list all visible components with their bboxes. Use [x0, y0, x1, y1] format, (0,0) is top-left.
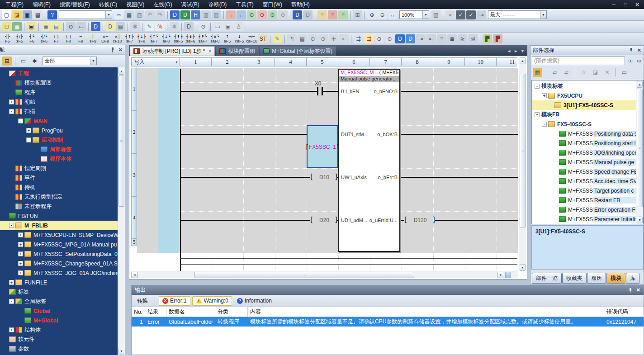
- warning-filter-button[interactable]: ! Warning:0: [192, 296, 232, 306]
- toolbar-icon[interactable]: ✓: [466, 10, 476, 19]
- toolbar-icon[interactable]: ≣: [447, 34, 457, 43]
- toolbar-icon[interactable]: ✎: [273, 34, 282, 43]
- parts-tree-item[interactable]: M+FX5SS Error operation F: [532, 205, 643, 214]
- toolbar-icon[interactable]: [443, 11, 443, 19]
- toolbar-icon[interactable]: %: [155, 22, 165, 31]
- project-tree-item[interactable]: - 扫描: [0, 107, 118, 116]
- toolbar-icon[interactable]: D: [303, 10, 313, 19]
- toolbar-icon[interactable]: ▱: [562, 68, 571, 77]
- toolbar-icon[interactable]: D: [105, 22, 115, 31]
- toolbar-icon[interactable]: [128, 23, 128, 31]
- project-tree-item[interactable]: 无执行类型指定: [0, 192, 118, 202]
- menu-item[interactable]: 调试(B): [177, 0, 204, 9]
- project-tree-item[interactable]: 参数: [0, 344, 118, 354]
- parts-tree-item[interactable]: M+FX5SS Parameter Initiali:: [532, 214, 643, 224]
- ladder-symbol-button[interactable]: ( ) F7: [50, 33, 62, 45]
- scroll-up-icon[interactable]: ▲: [520, 57, 526, 64]
- parts-tree-item[interactable]: + FX5UCPU: [532, 91, 643, 100]
- tree-expander[interactable]: -: [535, 112, 540, 117]
- convert-button[interactable]: 转换: [134, 296, 151, 306]
- toolbar-icon[interactable]: [181, 23, 182, 31]
- toolbar-icon[interactable]: ⇶: [354, 34, 363, 43]
- ladder-symbol-button[interactable]: ┤↓├ sF8: [136, 33, 148, 45]
- parts-tree-item[interactable]: M+FX5SS Positioning start l: [532, 138, 643, 148]
- output-error-row[interactable]: 1 Error GlobalLabelFolder 转换程序 模块标签所需的模块…: [132, 317, 644, 327]
- selected-cell[interactable]: [FX5SSC_1]: [307, 125, 338, 168]
- menu-item[interactable]: 窗口(W): [258, 0, 287, 9]
- project-tree-item[interactable]: + 结构体: [0, 325, 118, 335]
- tree-expander[interactable]: -: [9, 299, 14, 304]
- parts-tree-item[interactable]: M+FX5SS Restart FB: [532, 195, 643, 205]
- toolbar-icon[interactable]: ≣: [41, 22, 51, 31]
- parts-tab[interactable]: 收藏夹: [562, 273, 587, 284]
- tab-list-icon[interactable]: ▼: [521, 49, 525, 53]
- toolbar-icon[interactable]: D: [91, 22, 100, 31]
- toolbar-icon[interactable]: ⊟: [2, 22, 11, 31]
- parts-scrollbar[interactable]: ▲ ≡ ▼: [636, 80, 643, 224]
- toolbar-icon[interactable]: [350, 11, 350, 19]
- pin-icon[interactable]: [110, 47, 115, 52]
- tree-expander[interactable]: -: [542, 122, 547, 127]
- toolbar-icon[interactable]: ⇥: [416, 34, 426, 43]
- tab-scroll-right-icon[interactable]: ►: [514, 49, 518, 53]
- close-icon[interactable]: ✕: [636, 287, 640, 293]
- ladder-symbol-button[interactable]: ↑ aF5: [221, 33, 233, 45]
- toolbar-icon[interactable]: ▦: [12, 22, 22, 31]
- toolbar-icon[interactable]: [167, 23, 167, 31]
- find-next-icon[interactable]: oo: [626, 57, 634, 64]
- toolbar-icon[interactable]: ⊙: [374, 34, 384, 43]
- menu-item[interactable]: 转换(C): [95, 0, 122, 9]
- parts-tree-item[interactable]: - FX5-40SSC-S: [532, 119, 643, 129]
- toolbar-icon[interactable]: ⊟: [2, 57, 12, 66]
- toolbar-icon[interactable]: [315, 11, 315, 19]
- toolbar-icon[interactable]: [142, 23, 142, 31]
- scroll-right-icon[interactable]: ►: [497, 272, 504, 278]
- project-tree-item[interactable]: 程序本体: [0, 154, 118, 164]
- project-tree-item[interactable]: + ProgPou: [0, 126, 118, 135]
- toolbar-icon[interactable]: ✂: [114, 10, 123, 19]
- toolbar-icon[interactable]: ▭: [213, 22, 223, 31]
- toolbar-icon[interactable]: D: [180, 10, 190, 19]
- tree-expander[interactable]: +: [18, 232, 23, 237]
- parts-tree-item[interactable]: M+FX5SS JOG/inching oper: [532, 148, 643, 157]
- toolbar-icon[interactable]: ▱: [550, 68, 559, 77]
- find-prev-icon[interactable]: oo: [635, 57, 642, 64]
- parts-tab[interactable]: 模块: [606, 273, 625, 284]
- toolbar-icon[interactable]: ↔: [388, 10, 398, 19]
- toolbar-icon[interactable]: ⊙: [268, 10, 277, 19]
- project-tree-item[interactable]: FB/FUN: [0, 211, 118, 221]
- project-tree-item[interactable]: + M+FX5SSC_MPG_01A Manual pu: [0, 240, 118, 249]
- toolbar-icon[interactable]: ☆: [579, 68, 588, 77]
- toolbar-icon[interactable]: ⇤: [426, 34, 436, 43]
- project-tree-item[interactable]: + M+FX5SSC_JOG_01A JOG/inching: [0, 268, 118, 278]
- toolbar-icon[interactable]: ▭: [19, 57, 28, 66]
- parts-tab[interactable]: 库: [626, 273, 639, 284]
- toolbar-icon[interactable]: ⇥: [477, 10, 486, 19]
- toolbar-icon[interactable]: →: [226, 10, 236, 19]
- tree-expander[interactable]: +: [18, 242, 23, 247]
- toolbar-icon[interactable]: ↰: [287, 34, 297, 43]
- toolbar-icon[interactable]: ▤: [298, 34, 307, 43]
- project-tree-item[interactable]: - 运动控制: [0, 135, 118, 145]
- scroll-thumb[interactable]: ⋯: [194, 272, 414, 278]
- toolbar-icon[interactable]: ↶: [145, 10, 155, 19]
- toolbar-icon[interactable]: ▤: [52, 22, 61, 31]
- ladder-symbol-button[interactable]: ×─ CF9: [99, 33, 111, 45]
- toolbar-icon[interactable]: [575, 68, 575, 76]
- toolbar-icon[interactable]: ✱: [170, 22, 179, 31]
- document-combo[interactable]: ▼: [59, 10, 112, 19]
- toolbar-icon[interactable]: [365, 11, 365, 19]
- part-search-input[interactable]: (部件搜索): [532, 57, 625, 65]
- ladder-symbol-button[interactable]: ─ F9: [75, 33, 87, 45]
- menu-item[interactable]: 视图(V): [122, 0, 149, 9]
- toolbar-icon[interactable]: ▭: [76, 22, 86, 31]
- project-tree-item[interactable]: 局部标签: [0, 145, 118, 154]
- toolbar-icon[interactable]: ≡: [437, 34, 446, 43]
- toolbar-icon[interactable]: [15, 57, 15, 65]
- toolbar-icon[interactable]: ▛: [483, 34, 492, 43]
- pin-icon[interactable]: [629, 47, 634, 53]
- ladder-symbol-button[interactable]: ┤↡└ saF8: [209, 33, 221, 45]
- toolbar-icon[interactable]: [210, 23, 211, 31]
- ladder-symbol-button[interactable]: ─/─ caF10: [246, 33, 258, 45]
- tab-motion-control[interactable]: 运动控制 [PRG] [LD] 1步 * ×: [130, 46, 215, 56]
